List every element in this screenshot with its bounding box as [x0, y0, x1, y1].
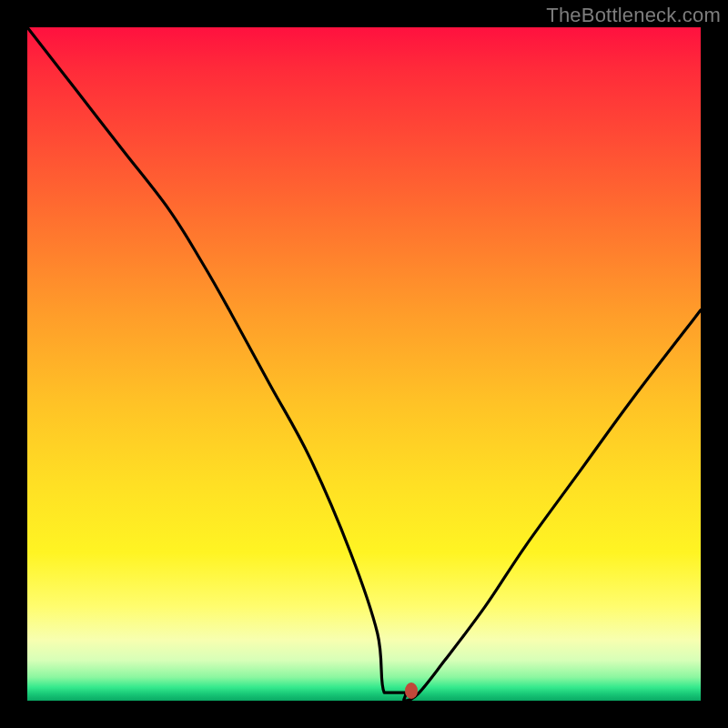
optimal-point-marker	[405, 682, 418, 699]
bottleneck-curve	[27, 27, 701, 701]
curve-path	[27, 27, 701, 701]
chart-frame: TheBottleneck.com	[0, 0, 728, 728]
plot-area	[27, 27, 701, 701]
watermark-text: TheBottleneck.com	[546, 4, 721, 27]
